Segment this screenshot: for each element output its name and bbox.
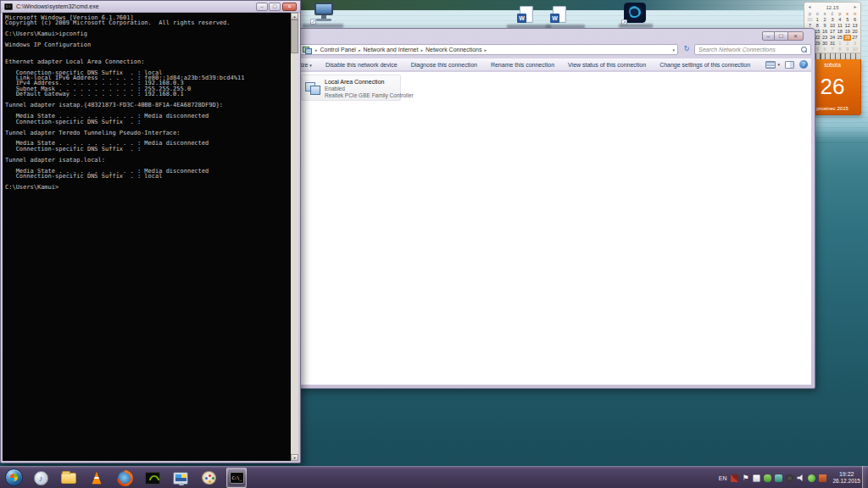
preview-pane-icon[interactable]	[785, 61, 794, 69]
calendar-date-cell[interactable]: 19	[843, 29, 851, 35]
console-area[interactable]: Microsoft Windows [Version 6.1.7601] Cop…	[3, 13, 298, 461]
calendar-prev-month-icon[interactable]	[806, 3, 813, 11]
toolbar-disable-device[interactable]: Disable this network device	[326, 62, 398, 68]
calendar-date-cell[interactable]: 4	[836, 17, 843, 23]
cmd-titlebar[interactable]: C:\Windows\system32\cmd.exe	[1, 1, 300, 13]
calendar-day-header: p	[806, 11, 814, 17]
calendar-date-cell[interactable]: 1	[814, 17, 821, 23]
scroll-up-icon[interactable]	[291, 13, 298, 19]
calendar-next-month-icon[interactable]	[852, 3, 859, 11]
calendar-date-cell[interactable]: 9	[821, 23, 829, 29]
tray-teal-app-icon[interactable]	[775, 474, 782, 482]
calendar-date-cell[interactable]: 6	[821, 47, 829, 53]
start-button[interactable]	[5, 469, 23, 486]
calendar-date-cell[interactable]: 7	[829, 47, 837, 53]
paint-palette-icon	[202, 471, 216, 485]
taskbar-display-app[interactable]	[170, 468, 191, 488]
toolbar-diagnose-connection[interactable]: Diagnose this connection	[411, 62, 477, 68]
scroll-down-icon[interactable]	[291, 454, 298, 461]
refresh-button[interactable]	[681, 44, 693, 55]
address-bar[interactable]: Control Panel Network and Internet Netwo…	[299, 44, 678, 55]
calendar-date-cell[interactable]: 8	[836, 47, 843, 53]
calendar-date-cell[interactable]: 24	[829, 35, 837, 41]
maximize-button[interactable]	[269, 3, 281, 11]
calendar-date-cell[interactable]: 17	[829, 29, 837, 35]
tray-dark-app-icon[interactable]	[786, 474, 793, 482]
calendar-date-cell[interactable]: 3	[851, 41, 859, 47]
calendar-date-cell[interactable]: 27	[851, 35, 859, 41]
connection-status: Enabled	[325, 86, 398, 92]
calendar-date-cell[interactable]: 8	[814, 23, 821, 29]
toolbar-view-status[interactable]: View status of this connection	[568, 62, 646, 68]
taskbar-paint[interactable]	[198, 468, 219, 488]
connection-item-lan[interactable]: Local Area Connection Enabled Realtek PC…	[301, 75, 401, 101]
taskbar-clock[interactable]: 19:22 26.12.2015	[832, 471, 860, 485]
taskbar-firefox[interactable]	[114, 468, 135, 488]
calendar-date-cell[interactable]: 10	[829, 23, 837, 29]
breadcrumb-network-and-internet[interactable]: Network and Internet	[363, 47, 418, 53]
calendar-date-cell[interactable]: 3	[829, 17, 837, 23]
action-center-flag-icon[interactable]	[742, 474, 749, 482]
show-desktop-button[interactable]	[862, 466, 868, 488]
desktop: 12.15 púsčpsn301234567891011121314151617…	[0, 0, 868, 488]
help-icon[interactable]	[799, 60, 808, 69]
desktop-icon-blue-app[interactable]	[623, 3, 647, 24]
minimize-button[interactable]	[256, 3, 268, 11]
calendar-date-cell[interactable]: 16	[821, 29, 829, 35]
breadcrumb-network-connections[interactable]: Network Connections	[426, 47, 482, 53]
language-indicator[interactable]: EN	[719, 475, 727, 481]
calendar-date-cell[interactable]: 31	[829, 41, 837, 47]
search-box[interactable]: Search Network Connections	[694, 44, 811, 55]
calendar-date-cell[interactable]: 6	[851, 17, 859, 23]
calendar-date-cell[interactable]: 18	[836, 29, 843, 35]
chevron-down-icon: ▾	[309, 63, 312, 68]
close-button[interactable]	[787, 31, 804, 41]
calendar-date-cell[interactable]: 30	[806, 17, 814, 23]
desktop-icon-computer[interactable]	[312, 3, 336, 23]
calendar-date-cell[interactable]: 10	[851, 47, 859, 53]
computer-monitor-icon	[314, 3, 333, 15]
calendar-date-cell[interactable]: 13	[851, 23, 859, 29]
desktop-icon-word-document-1[interactable]	[517, 6, 534, 25]
calendar-date-cell[interactable]: 12	[843, 23, 851, 29]
maximize-button[interactable]	[775, 31, 787, 41]
calendar-date-cell[interactable]: 2	[821, 17, 829, 23]
windows-flag-icon	[10, 474, 18, 481]
taskbar-vlc[interactable]	[86, 468, 107, 488]
close-button[interactable]	[282, 3, 297, 11]
scrollbar-thumb[interactable]	[291, 19, 298, 53]
calendar-date-cell[interactable]: 9	[843, 47, 851, 53]
volume-icon[interactable]	[797, 474, 804, 482]
console-scrollbar[interactable]	[291, 13, 298, 461]
taskbar-itunes[interactable]	[31, 468, 51, 488]
tray-green-status-icon[interactable]	[808, 474, 815, 482]
toolbar-change-settings[interactable]: Change settings of this connection	[659, 62, 750, 68]
tray-red-app-icon[interactable]	[731, 474, 738, 482]
address-dropdown-icon[interactable]	[669, 47, 675, 53]
calendar-date-cell[interactable]: 2	[843, 41, 851, 47]
breadcrumb-control-panel[interactable]: Control Panel	[320, 47, 356, 53]
search-icon[interactable]	[800, 47, 807, 53]
calendar-date-cell[interactable]: 5	[843, 17, 851, 23]
calendar-today-cell[interactable]: 26	[843, 35, 851, 41]
calendar-day-header: ú	[814, 11, 821, 17]
minimize-button[interactable]	[762, 31, 775, 41]
calendar-date-cell[interactable]: 30	[821, 41, 829, 47]
calendar-date-cell[interactable]: 23	[821, 35, 829, 41]
taskbar-windows-explorer[interactable]	[58, 468, 79, 488]
calendar-date-cell[interactable]: 20	[851, 29, 859, 35]
tray-orange-app-icon[interactable]	[819, 474, 826, 482]
views-toggle-icon[interactable]	[765, 61, 776, 69]
nvidia-icon	[145, 472, 160, 485]
taskbar-command-prompt-active[interactable]	[226, 468, 247, 488]
taskbar-nvidia[interactable]	[142, 468, 163, 488]
calendar-date-cell[interactable]: 11	[836, 23, 843, 29]
calendar-date-cell[interactable]: 25	[836, 35, 843, 41]
tray-white-app-icon[interactable]	[753, 474, 760, 482]
toolbar-rename-connection[interactable]: Rename this connection	[491, 62, 554, 68]
desktop-icon-word-document-2[interactable]	[550, 6, 567, 25]
calendar-date-cell[interactable]: 1	[836, 41, 843, 47]
views-dropdown-icon[interactable]	[777, 62, 780, 67]
tray-green-app-icon[interactable]	[764, 474, 771, 482]
folder-icon	[61, 473, 76, 484]
